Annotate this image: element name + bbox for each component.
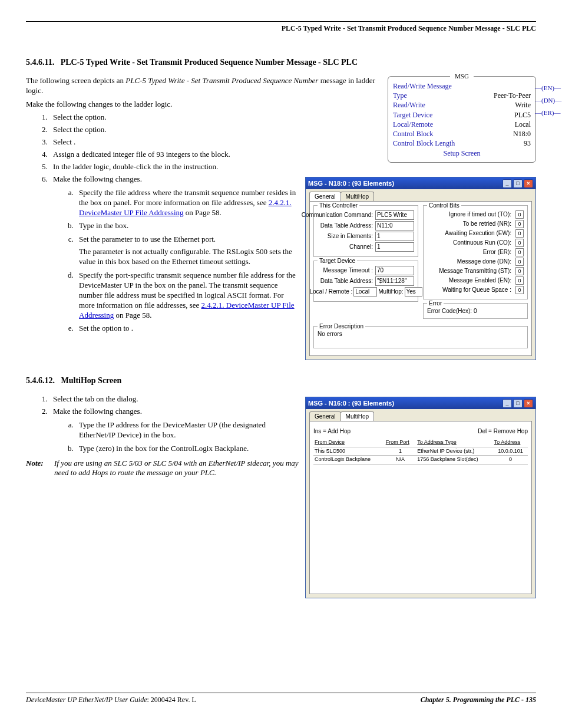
ladder-row1-label: Read/Write Message [393,81,452,91]
ladder-lr-value: Local [515,120,531,129]
note-body: If you are using an SLC 5/03 or SLC 5/04… [54,459,299,479]
bit-st[interactable]: 0 [515,267,524,275]
group-target-device: Target Device Message Timeout : Data Tab… [313,261,418,302]
error-desc-text: No errors [318,330,524,344]
ladder-rw-value: Write [515,100,531,110]
step-6: Make the following changes. MSG - N18:0 … [49,174,536,334]
maximize-icon[interactable]: □ [513,179,523,188]
window2-controls: _□× [501,398,533,408]
ladder-type-value: Peer-To-Peer [494,91,531,100]
step-5: In the ladder logic, double-click the in… [49,162,536,172]
remove-hop-label: Del = Remove Hop [478,427,528,435]
group-error: Error Error Code(Hex): 0 [423,303,528,319]
multihop-input[interactable] [405,287,422,297]
window1-titlebar[interactable]: MSG - N18:0 : (93 Elements) _□× [306,177,535,189]
window2-titlebar[interactable]: MSG - N16:0 : (93 Elements) _□× [306,397,535,409]
ladder-lr-label: Local/Remote [393,120,433,129]
bit-nr[interactable]: 0 [515,220,524,228]
tab-general[interactable]: General [309,192,341,201]
bit-to[interactable]: 0 [515,210,524,219]
mh-col-to-addr: To Address [493,439,528,447]
maximize-icon[interactable]: □ [513,399,523,408]
group-error-description: Error Description No errors [313,326,528,348]
coil-dn: —(DN)— [535,96,561,104]
table-row[interactable]: ControlLogix Backplane N/A 1756 Backplan… [313,456,528,465]
comm-command-input[interactable] [375,210,414,220]
bit-ew[interactable]: 0 [515,229,524,238]
window2-title: MSG - N16:0 : (93 Elements) [308,399,394,407]
ladder-figure: MSG Read/Write Message TypePeer-To-Peer … [388,76,536,163]
group-this-controller: This Controller Communication Command: D… [313,205,418,257]
minimize-icon[interactable]: _ [503,399,512,408]
ladder-cbl-label: Control Block Length [393,139,455,148]
footer-left: DeviceMaster UP EtherNet/IP User Guide: … [26,696,196,705]
note-block: Note: If you are using an SLC 5/03 or SL… [26,459,299,479]
msg-window-multihop: MSG - N16:0 : (93 Elements) _□× GeneralM… [305,397,536,598]
ladder-cb-label: Control Block [393,129,433,139]
tab-general-2[interactable]: General [309,411,341,421]
target-dta-input[interactable] [375,276,414,286]
bit-co[interactable]: 0 [515,239,524,247]
error-code-text: Error Code(Hex): 0 [427,307,524,315]
tab-multihop[interactable]: MultiHop [340,192,374,201]
minimize-icon[interactable]: _ [503,179,512,188]
ladder-target-label: Target Device [393,110,432,120]
window1-title: MSG - N18:0 : (93 Elements) [308,179,394,187]
ladder-coils: —(EN)— —(DN)— —(ER)— [535,80,561,121]
ladder-rw-label: Read/Write [393,100,425,110]
channel-input[interactable] [375,242,414,252]
running-header: PLC-5 Typed Write - Set Transmit Produce… [26,24,536,34]
section-2-number: 5.4.6.12. [26,376,55,385]
section-1-text: PLC-5 Typed Write - Set Transmit Produce… [61,58,358,67]
section-1-number: 5.4.6.11. [26,58,54,67]
msg-timeout-input[interactable] [375,266,414,275]
header-rule [26,21,536,22]
group-control-bits: Control Bits Ignore if timed out (TO):0 … [423,205,528,299]
multihop-table[interactable]: From Device From Port To Address Type To… [313,439,528,465]
bit-er[interactable]: 0 [515,248,524,256]
close-icon[interactable]: × [524,179,533,188]
window1-controls: _□× [501,179,533,188]
ladder-setup-link: Setup Screen [393,149,531,159]
bit-queue[interactable]: 0 [515,286,524,294]
mh-col-to-type: To Address Type [416,439,492,447]
section-1-title: 5.4.6.11. PLC-5 Typed Write - Set Transm… [26,57,536,68]
footer-right: Chapter 5. Programming the PLC - 135 [421,696,536,705]
bit-dn[interactable]: 0 [515,258,524,266]
close-icon[interactable]: × [524,399,533,408]
local-remote-input[interactable] [353,287,377,297]
ladder-box: MSG Read/Write Message TypePeer-To-Peer … [388,76,536,163]
section-2-title: 5.4.6.12. MultiHop Screen [26,375,536,386]
note-label: Note: [26,459,49,479]
bit-en[interactable]: 0 [515,276,524,285]
tab-multihop-2[interactable]: MultiHop [340,411,374,421]
table-row[interactable]: This SLC500 1 EtherNet IP Device (str.) … [313,447,528,456]
data-table-addr-input[interactable] [375,221,414,230]
add-hop-label: Ins = Add Hop [313,427,351,435]
ladder-target-value: PLC5 [514,110,531,120]
ladder-caption: MSG [450,72,474,80]
coil-er: —(ER)— [535,108,561,117]
msg-window-general: MSG - N18:0 : (93 Elements) _□× GeneralM… [305,177,536,360]
ladder-cb-value: N18:0 [513,129,531,139]
section-2-text: MultiHop Screen [61,376,122,385]
coil-en: —(EN)— [535,84,561,92]
size-elements-input[interactable] [375,232,414,241]
ladder-type-label: Type [393,91,407,100]
mh-col-from-device: From Device [313,439,385,447]
mh-col-from-port: From Port [385,439,416,447]
page-footer: DeviceMaster UP EtherNet/IP User Guide: … [26,693,536,705]
ladder-cbl-value: 93 [524,139,531,148]
